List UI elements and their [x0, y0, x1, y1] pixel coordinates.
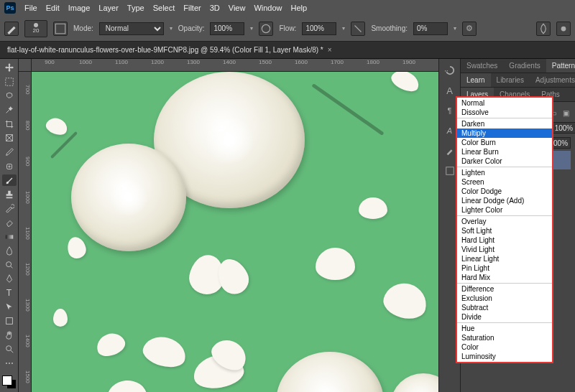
menu-bar: Ps File Edit Image Layer Type Select Fil… — [0, 0, 575, 16]
blend-mode-option[interactable]: Exclusion — [457, 294, 552, 303]
svg-point-0 — [262, 24, 270, 32]
ruler-vertical[interactable]: 7008009001000110012001300140015001600 — [19, 72, 32, 392]
layer-opacity-input[interactable] — [552, 122, 575, 134]
tab-swatches[interactable]: Swatches — [461, 59, 503, 73]
move-tool[interactable] — [2, 62, 17, 74]
tab-gradients[interactable]: Gradients — [503, 59, 546, 73]
blend-mode-option[interactable]: Color Burn — [457, 138, 552, 147]
menu-select[interactable]: Select — [153, 4, 175, 12]
ruler-origin[interactable] — [19, 59, 32, 72]
history-brush-tool[interactable] — [2, 202, 17, 215]
color-swatch[interactable] — [2, 375, 17, 388]
smart-filter-icon[interactable]: ▣ — [561, 108, 571, 118]
menu-edit[interactable]: Edit — [46, 4, 60, 12]
tab-learn[interactable]: Learn — [461, 73, 491, 87]
hand-tool[interactable] — [2, 330, 17, 342]
wand-tool[interactable] — [2, 104, 17, 116]
gear-icon[interactable]: ⚙ — [462, 22, 477, 36]
pressure-size-icon[interactable] — [556, 22, 571, 36]
menu-view[interactable]: View — [229, 4, 246, 12]
blend-mode-option[interactable]: Divide — [457, 312, 552, 322]
gradient-tool[interactable] — [2, 230, 17, 243]
ruler-horizontal[interactable]: 9001000110012001300140015001600170018001… — [32, 59, 438, 72]
app-logo: Ps — [4, 2, 16, 14]
heal-tool[interactable] — [2, 160, 17, 172]
pen-tool[interactable] — [2, 273, 17, 285]
blend-mode-option[interactable]: Subtract — [457, 303, 552, 312]
frame-tool[interactable] — [2, 132, 17, 144]
blend-mode-option[interactable]: Hard Light — [457, 235, 552, 245]
blend-mode-option[interactable]: Pin Light — [457, 263, 552, 273]
symmetry-icon[interactable] — [536, 22, 551, 36]
menu-file[interactable]: File — [24, 4, 37, 12]
brush-tool[interactable] — [2, 174, 17, 187]
menu-type[interactable]: Type — [127, 4, 144, 12]
blend-mode-option[interactable]: Lighter Color — [457, 205, 552, 215]
tab-libraries[interactable]: Libraries — [491, 73, 530, 87]
dodge-tool[interactable] — [2, 259, 17, 271]
eraser-tool[interactable] — [2, 217, 17, 229]
eyedropper-tool[interactable] — [2, 146, 17, 159]
tab-patterns[interactable]: Patterns — [546, 59, 575, 73]
blend-mode-option[interactable]: Hard Mix — [457, 273, 552, 282]
smoothing-input[interactable] — [413, 22, 448, 35]
blend-mode-option[interactable]: Darker Color — [457, 157, 552, 166]
menu-layer[interactable]: Layer — [98, 4, 119, 12]
airbrush-icon[interactable] — [351, 22, 365, 36]
tool-preset-icon[interactable] — [4, 22, 19, 36]
blend-mode-option[interactable]: Linear Dodge (Add) — [457, 196, 552, 205]
blend-mode-option[interactable]: Multiply — [457, 129, 552, 138]
blend-mode-option[interactable]: Linear Light — [457, 254, 552, 263]
zoom-tool[interactable] — [2, 343, 17, 355]
type-tool[interactable]: T — [2, 287, 17, 299]
more-tools[interactable]: ⋯ — [2, 358, 17, 370]
blend-mode-option[interactable]: Lighten — [457, 168, 552, 177]
flow-input[interactable] — [302, 22, 336, 35]
crop-tool[interactable] — [2, 118, 17, 130]
blend-mode-option[interactable]: Screen — [457, 177, 552, 187]
opacity-input[interactable] — [210, 22, 244, 35]
fg-color[interactable] — [2, 375, 12, 386]
menu-3d[interactable]: 3D — [210, 4, 220, 12]
blur-tool[interactable] — [2, 245, 17, 257]
blend-mode-option[interactable]: Darken — [457, 119, 552, 129]
close-icon[interactable]: × — [328, 46, 332, 54]
chevron-down-icon: ▾ — [454, 25, 456, 32]
glyphs-icon[interactable]: A — [443, 123, 457, 138]
paragraph-icon[interactable]: ¶ — [443, 103, 457, 118]
lasso-tool[interactable] — [2, 90, 17, 102]
blend-mode-option[interactable]: Vivid Light — [457, 245, 552, 254]
blend-mode-option[interactable]: Linear Burn — [457, 147, 552, 157]
document-canvas[interactable] — [32, 72, 438, 392]
marquee-tool[interactable] — [2, 76, 17, 88]
blend-mode-option[interactable]: Color Dodge — [457, 187, 552, 196]
pressure-opacity-icon[interactable] — [259, 22, 273, 36]
blend-mode-option[interactable]: Overlay — [457, 217, 552, 226]
stamp-tool[interactable] — [2, 188, 17, 200]
blend-mode-option[interactable]: Luminosity — [457, 352, 552, 361]
blend-mode-select-options[interactable]: Normal — [99, 22, 164, 35]
character-icon[interactable]: A — [443, 83, 457, 98]
menu-image[interactable]: Image — [68, 4, 91, 12]
brush-panel-icon[interactable] — [443, 144, 457, 158]
blend-mode-option[interactable]: Dissolve — [457, 108, 552, 117]
blend-mode-option[interactable]: Normal — [457, 98, 552, 108]
blend-mode-option[interactable]: Difference — [457, 284, 552, 294]
tab-adjustments[interactable]: Adjustments — [530, 73, 575, 87]
chevron-down-icon: ▾ — [250, 25, 253, 32]
blend-mode-option[interactable]: Color — [457, 342, 552, 352]
menu-filter[interactable]: Filter — [183, 4, 201, 12]
path-select-tool[interactable] — [2, 301, 17, 313]
document-tab[interactable]: flat-lay-of-white-ranunculus-flowers-ove… — [7, 46, 332, 54]
blend-mode-option[interactable]: Hue — [457, 324, 552, 333]
blend-mode-option[interactable]: Soft Light — [457, 226, 552, 235]
learn-panel-tabs: Learn Libraries Adjustments — [461, 73, 575, 88]
blend-mode-option[interactable]: Saturation — [457, 333, 552, 342]
brush-settings-icon[interactable] — [53, 22, 68, 36]
brush-preset-picker[interactable]: 20 — [24, 20, 47, 37]
shape-tool[interactable] — [2, 315, 17, 327]
history-icon[interactable] — [443, 63, 457, 78]
brush-settings-icon[interactable] — [443, 164, 457, 178]
menu-window[interactable]: Window — [254, 4, 282, 12]
menu-help[interactable]: Help — [291, 4, 308, 12]
